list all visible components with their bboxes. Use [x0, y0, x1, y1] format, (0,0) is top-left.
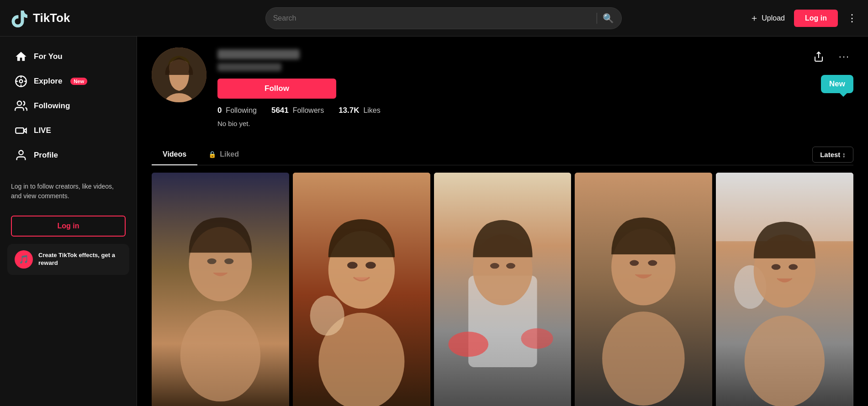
- video-thumbnail-2[interactable]: [293, 173, 430, 406]
- sidebar-label-explore: Explore: [34, 77, 62, 86]
- compass-icon: [15, 75, 27, 88]
- effects-icon: 🎵: [15, 250, 33, 269]
- svg-point-33: [603, 311, 685, 406]
- sidebar-label-following: Following: [34, 101, 70, 111]
- sidebar-label-profile: Profile: [34, 151, 58, 160]
- search-input[interactable]: [273, 14, 591, 22]
- search-divider: [597, 13, 597, 24]
- share-icon: [813, 51, 824, 62]
- video-thumbnail-4[interactable]: [575, 173, 712, 406]
- profile-username: [217, 49, 300, 59]
- lock-icon: 🔒: [208, 151, 216, 158]
- svg-point-20: [365, 262, 376, 269]
- svg-point-26: [490, 263, 499, 269]
- sidebar-item-profile[interactable]: Profile: [4, 143, 133, 167]
- logo-text: TikTok: [33, 11, 70, 25]
- profile-stats: 0 Following 5641 Followers 13.7K Likes: [217, 106, 799, 115]
- following-stat: 0 Following: [217, 106, 257, 115]
- follow-button[interactable]: Follow: [217, 79, 336, 99]
- tab-liked[interactable]: 🔒 Liked: [197, 144, 250, 165]
- svg-point-19: [347, 262, 358, 269]
- profile-bio: No bio yet.: [217, 120, 799, 127]
- avatar-image: [152, 47, 206, 102]
- video-thumbnail-3[interactable]: [434, 173, 572, 406]
- svg-point-28: [448, 332, 488, 357]
- explore-new-badge: New: [70, 78, 87, 85]
- video-grid: [152, 173, 853, 406]
- share-button[interactable]: [810, 47, 828, 66]
- sidebar-nav: For You Explore New Following LIVE: [0, 45, 137, 167]
- header-actions: ＋ Upload Log in ⋮: [750, 10, 857, 27]
- effects-banner[interactable]: 🎵 Create TikTok effects, get a reward: [7, 244, 129, 275]
- search-area: 🔍: [148, 7, 739, 29]
- login-button[interactable]: Log in: [794, 10, 838, 27]
- svg-point-27: [506, 263, 515, 269]
- video-thumbnail-5[interactable]: [716, 173, 853, 406]
- svg-point-42: [772, 264, 781, 270]
- following-count: 0: [217, 106, 222, 115]
- videos-tab-label: Videos: [163, 150, 186, 158]
- svg-point-21: [310, 295, 344, 336]
- following-label: Following: [226, 106, 257, 114]
- sidebar: For You Explore New Following LIVE: [0, 37, 137, 406]
- effects-text: Create TikTok effects, get a reward: [38, 252, 122, 267]
- header: TikTok 🔍 ＋ Upload Log in ⋮: [0, 0, 868, 37]
- sidebar-item-following[interactable]: Following: [4, 94, 133, 118]
- live-icon: [15, 124, 27, 137]
- video-thumbnail-1[interactable]: [152, 173, 289, 406]
- sidebar-label-for-you: For You: [34, 52, 63, 61]
- profile-avatar: [152, 47, 206, 102]
- sidebar-item-explore[interactable]: Explore New: [4, 69, 133, 93]
- new-floating-button[interactable]: New: [821, 75, 853, 93]
- followers-count: 5641: [271, 106, 289, 115]
- svg-point-12: [180, 310, 260, 402]
- svg-point-2: [17, 101, 21, 105]
- upload-button[interactable]: ＋ Upload: [750, 12, 785, 24]
- svg-point-4: [19, 151, 23, 155]
- likes-label: Likes: [363, 106, 380, 114]
- sidebar-item-for-you[interactable]: For You: [4, 45, 133, 69]
- svg-point-1: [20, 80, 23, 83]
- likes-count: 13.7K: [339, 106, 359, 115]
- profile-actions: ···: [810, 47, 853, 66]
- profile-handle: [217, 63, 281, 71]
- svg-point-35: [648, 260, 657, 266]
- logo-area: TikTok: [11, 9, 148, 27]
- svg-point-34: [630, 260, 639, 266]
- search-icon[interactable]: 🔍: [603, 13, 614, 24]
- sort-button[interactable]: Latest ↕: [812, 147, 853, 163]
- profile-icon: [15, 149, 27, 162]
- svg-point-29: [521, 328, 553, 349]
- sidebar-login-button[interactable]: Log in: [11, 216, 126, 237]
- sidebar-login-prompt: Log in to follow creators, like videos, …: [0, 173, 137, 210]
- svg-point-43: [789, 264, 798, 270]
- followers-label: Followers: [293, 106, 324, 114]
- upload-label: Upload: [762, 14, 785, 22]
- main-layout: For You Explore New Following LIVE: [0, 0, 868, 406]
- profile-info: Follow 0 Following 5641 Followers 13.7K …: [217, 47, 799, 127]
- tiktok-logo-icon: [11, 9, 29, 27]
- svg-rect-3: [16, 128, 24, 133]
- sidebar-item-live[interactable]: LIVE: [4, 119, 133, 142]
- svg-point-41: [745, 316, 825, 406]
- main-content: Follow 0 Following 5641 Followers 13.7K …: [137, 37, 868, 406]
- more-options-profile-button[interactable]: ···: [835, 47, 853, 66]
- ellipsis-icon: ···: [839, 51, 850, 63]
- liked-tab-label: Liked: [220, 150, 239, 158]
- search-box[interactable]: 🔍: [265, 7, 622, 29]
- home-icon: [15, 50, 27, 63]
- more-options-button[interactable]: ⋮: [847, 12, 857, 24]
- svg-point-13: [207, 258, 217, 264]
- sidebar-label-live: LIVE: [34, 126, 51, 135]
- profile-tabs: Videos 🔒 Liked Latest ↕: [152, 144, 853, 165]
- plus-icon: ＋: [750, 12, 759, 24]
- followers-stat: 5641 Followers: [271, 106, 324, 115]
- profile-header: Follow 0 Following 5641 Followers 13.7K …: [152, 47, 853, 135]
- tab-videos[interactable]: Videos: [152, 144, 197, 165]
- likes-stat: 13.7K Likes: [339, 106, 381, 115]
- svg-point-14: [224, 258, 233, 264]
- people-icon: [15, 100, 27, 112]
